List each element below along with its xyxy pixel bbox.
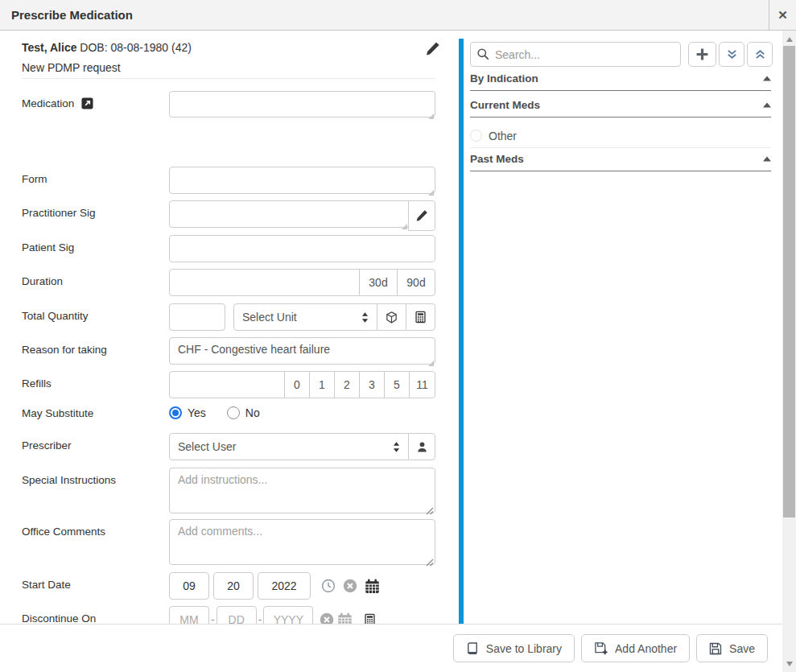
- external-link-icon[interactable]: [81, 97, 93, 109]
- refills-11-button[interactable]: 11: [409, 371, 435, 398]
- duration-label: Duration: [22, 275, 63, 287]
- save-to-library-button[interactable]: Save to Library: [453, 634, 575, 662]
- patient-sig-label: Patient Sig: [22, 241, 74, 254]
- total-quantity-input[interactable]: [169, 303, 225, 331]
- resize-grip-icon[interactable]: [426, 507, 434, 515]
- prescriber-select[interactable]: Select User: [169, 433, 409, 460]
- office-comments-input[interactable]: [169, 519, 435, 565]
- x-circle-icon: [320, 612, 334, 624]
- duration-30d-button[interactable]: 30d: [359, 269, 398, 296]
- substitute-no-option[interactable]: No: [227, 406, 260, 419]
- quantity-calculator-button[interactable]: [406, 303, 435, 331]
- clear-discontinue-button[interactable]: [320, 612, 334, 624]
- section-by-indication[interactable]: By Indication: [470, 72, 771, 91]
- medication-input[interactable]: [169, 91, 435, 117]
- x-circle-icon: [343, 579, 357, 593]
- practitioner-sig-input[interactable]: [169, 200, 409, 228]
- radio-yes[interactable]: [169, 406, 182, 419]
- discontinue-month-input[interactable]: [169, 606, 209, 624]
- refills-input[interactable]: [169, 371, 285, 398]
- caret-up-icon: [763, 76, 771, 81]
- dialog-title: Prescribe Medication: [11, 0, 133, 30]
- patient-name: Test, Alice: [22, 41, 76, 54]
- special-instructions-input[interactable]: [169, 468, 435, 513]
- add-medication-button[interactable]: [688, 42, 716, 67]
- duration-calculator-button[interactable]: [364, 613, 376, 624]
- clear-start-date-button[interactable]: [343, 579, 357, 593]
- start-year-input[interactable]: [258, 572, 311, 600]
- substitute-yes-option[interactable]: Yes: [169, 406, 206, 419]
- expand-all-button[interactable]: [719, 42, 744, 67]
- time-button[interactable]: [321, 579, 336, 593]
- reason-input[interactable]: CHF - Congestive heart failure: [169, 337, 435, 365]
- resize-grip-icon[interactable]: [428, 113, 434, 119]
- special-instructions-label: Special Instructions: [22, 474, 116, 486]
- duration-input[interactable]: [169, 269, 360, 296]
- refills-3-button[interactable]: 3: [359, 371, 385, 398]
- resize-grip-icon[interactable]: [428, 190, 434, 196]
- section-current-meds[interactable]: Current Meds: [470, 99, 771, 117]
- medication-browser-panel: By Indication Current Meds Other Past Me…: [464, 31, 777, 624]
- discontinue-calendar-button[interactable]: [337, 612, 353, 625]
- start-day-input[interactable]: [213, 572, 254, 600]
- reason-label: Reason for taking: [22, 344, 107, 356]
- discontinue-row: - -: [169, 606, 435, 624]
- close-icon: ✕: [777, 8, 788, 23]
- calculator-icon: [414, 311, 427, 324]
- medication-label: Medication: [22, 97, 93, 109]
- refills-2-button[interactable]: 2: [334, 371, 360, 398]
- collapse-all-button[interactable]: [747, 42, 773, 67]
- refills-5-button[interactable]: 5: [384, 371, 410, 398]
- refills-label: Refills: [22, 377, 52, 390]
- close-button[interactable]: ✕: [769, 0, 796, 30]
- floppy-disk-icon: [709, 642, 722, 655]
- patient-sig-input[interactable]: [169, 235, 435, 262]
- package-lookup-button[interactable]: [377, 303, 406, 331]
- search-input[interactable]: [470, 42, 681, 67]
- calendar-icon: [365, 579, 380, 594]
- current-meds-item-other[interactable]: Other: [470, 124, 771, 148]
- vertical-scrollbar[interactable]: [782, 31, 796, 672]
- user-icon: [416, 441, 428, 453]
- other-radio[interactable]: [470, 130, 482, 142]
- save-button[interactable]: Save: [696, 634, 768, 662]
- unit-select[interactable]: Select Unit: [233, 303, 377, 331]
- discontinue-year-input[interactable]: [263, 606, 313, 624]
- scrollbar-thumb[interactable]: [783, 46, 795, 517]
- select-provider-button[interactable]: [408, 433, 435, 460]
- resize-grip-icon[interactable]: [426, 559, 434, 567]
- scroll-down-arrow[interactable]: [782, 657, 796, 670]
- pencil-icon: [425, 41, 440, 56]
- resize-grip-icon[interactable]: [428, 361, 434, 366]
- practitioner-sig-label: Practitioner Sig: [22, 207, 96, 219]
- discontinue-label: Discontinue On: [22, 612, 96, 624]
- start-date-label: Start Date: [22, 579, 71, 591]
- discontinue-day-input[interactable]: [217, 606, 257, 624]
- form-field-wrap: [169, 167, 435, 197]
- date-separator: -: [211, 613, 215, 624]
- edit-sig-button[interactable]: [408, 200, 435, 231]
- radio-no[interactable]: [227, 406, 240, 419]
- calculator-icon: [364, 613, 376, 624]
- duration-90d-button[interactable]: 90d: [397, 269, 435, 296]
- start-month-input[interactable]: [169, 572, 209, 600]
- resize-grip-icon[interactable]: [402, 224, 407, 229]
- start-date-calendar-button[interactable]: [365, 579, 380, 594]
- refills-0-button[interactable]: 0: [284, 371, 310, 398]
- select-sort-icon: [393, 442, 400, 452]
- scroll-up-arrow[interactable]: [782, 32, 796, 46]
- pdmp-request-text: New PDMP request: [22, 61, 121, 74]
- duration-group: 30d 90d: [169, 269, 435, 296]
- refills-1-button[interactable]: 1: [309, 371, 335, 398]
- patient-info: Test, Alice DOB: 08-08-1980 (42): [22, 41, 192, 54]
- form-input[interactable]: [169, 167, 435, 194]
- medication-field-wrap: [169, 91, 435, 121]
- search-field-wrap: [470, 42, 681, 67]
- reason-field-wrap: CHF - Congestive heart failure: [169, 337, 435, 368]
- edit-patient-button[interactable]: [424, 40, 440, 56]
- patient-dob: DOB: 08-08-1980 (42): [76, 41, 191, 54]
- section-past-meds[interactable]: Past Meds: [470, 153, 771, 171]
- calendar-icon: [337, 612, 353, 625]
- add-another-button[interactable]: Add Another: [581, 634, 690, 662]
- total-quantity-row: Select Unit: [169, 303, 435, 331]
